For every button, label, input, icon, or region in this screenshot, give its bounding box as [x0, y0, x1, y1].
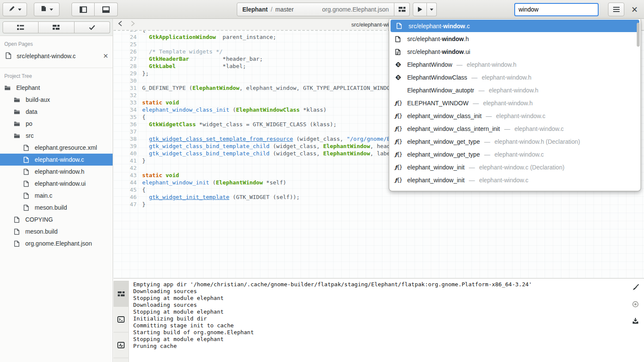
profiler-tab[interactable]: [113, 332, 128, 358]
tree-item-label: org.gnome.Elephant.json: [25, 240, 92, 247]
tree-item-elephant-window-ui[interactable]: elephant-window.ui: [0, 178, 113, 190]
tree-item-build-aux[interactable]: build-aux: [0, 94, 113, 106]
tree-item-po[interactable]: po: [0, 118, 113, 130]
open-document-button[interactable]: [34, 3, 60, 16]
tree-item-elephant-gresource-xml[interactable]: elephant.gresource.xml: [0, 142, 113, 154]
search-result-item[interactable]: ElephantWindow_autoptr—elephant-window.h: [389, 84, 641, 97]
build-config-name: org.gnome.Elephant.json: [322, 6, 389, 13]
result-title: elephant_window_get_type: [407, 138, 480, 145]
broom-icon: [632, 284, 639, 291]
build-log[interactable]: Emptying app dir '/home/christian/.cache…: [133, 281, 618, 350]
line-number: 35: [113, 113, 137, 121]
terminal-icon: [117, 316, 125, 323]
menu-button[interactable]: [608, 3, 624, 16]
search-result-item[interactable]: src/elephant-window.c: [391, 20, 639, 32]
log-line: Downloading sources: [133, 288, 618, 295]
popup-scrollbar[interactable]: [637, 21, 640, 188]
chevron-down-icon: [50, 9, 53, 11]
toggle-left-panel-button[interactable]: [72, 3, 95, 16]
pages-list-tab-button[interactable]: [3, 21, 39, 33]
log-line: Stopping at module elephant: [133, 295, 618, 302]
tree-item-org-gnome-elephant-json[interactable]: org.gnome.Elephant.json: [0, 237, 113, 249]
search-input[interactable]: [514, 3, 599, 16]
open-page-item[interactable]: src/elephant-window.c ✕: [0, 49, 113, 63]
list-icon: [17, 25, 24, 30]
search-result-item[interactable]: src/elephant-window.ui: [389, 45, 641, 58]
log-line: Committing stage init to cache: [133, 322, 618, 329]
line-number: 40: [113, 150, 137, 157]
tree-item-copying[interactable]: COPYING: [0, 214, 113, 226]
line-number: 33: [113, 99, 137, 106]
search-result-item[interactable]: ƒ{}elephant_window_init—elephant-window.…: [389, 174, 641, 187]
line-number: 24: [113, 33, 137, 41]
close-window-button[interactable]: ✕: [625, 5, 644, 15]
line-number: 28: [113, 62, 137, 70]
ui-file-icon: [395, 49, 401, 55]
line-number: 41: [113, 157, 137, 164]
search-result-item[interactable]: ƒ{}elephant_window_class_intern_init—ele…: [389, 122, 641, 135]
line-number: 27: [113, 55, 137, 62]
search-result-item[interactable]: ƒ{}elephant_window_get_type—elephant-win…: [389, 135, 641, 148]
search-result-item[interactable]: ƒ{}elephant_window_init—elephant-window.…: [389, 161, 641, 174]
log-actions: [629, 284, 641, 326]
line-number: 45: [113, 186, 137, 193]
breadcrumb-separator: /: [271, 6, 272, 13]
line-number: 29: [113, 70, 137, 77]
tree-item-label: COPYING: [25, 216, 53, 223]
branch-name: master: [275, 6, 294, 13]
toggle-bottom-panel-button[interactable]: [95, 3, 118, 16]
file-icon: [23, 193, 29, 199]
file-icon: [14, 217, 20, 223]
tree-item-src[interactable]: src: [0, 130, 113, 142]
run-button[interactable]: [413, 3, 427, 16]
search-result-item[interactable]: SElephantWindow—elephant-window.h: [389, 58, 641, 71]
tree-item-label: data: [26, 108, 37, 115]
result-title: src/elephant-window.h: [407, 36, 469, 42]
line-number: 39: [113, 142, 137, 150]
search-result-item[interactable]: ƒ{}elephant_window_class_init—elephant-w…: [389, 110, 641, 122]
clear-log-button[interactable]: [632, 284, 639, 293]
chevron-down-icon: [430, 9, 433, 11]
result-location: elephant-window.h: [483, 100, 533, 107]
line-number: 44: [113, 179, 137, 186]
todo-tab-button[interactable]: [75, 21, 110, 33]
build-tab-button[interactable]: [39, 21, 74, 33]
tree-item-elephant-window-c[interactable]: elephant-window.c: [0, 154, 113, 166]
search-result-item[interactable]: ƒ{}ELEPHANT_WINDOW—elephant-window.h: [389, 97, 641, 110]
header-center: Elephant / master org.gnome.Elephant.jso…: [237, 3, 437, 16]
build-output-tab[interactable]: [113, 281, 128, 307]
result-title: elephant_window_class_init: [407, 113, 482, 119]
save-log-button[interactable]: [632, 317, 639, 326]
search-result-item[interactable]: SElephantWindowClass—elephant-window.h: [389, 71, 641, 84]
document-icon: [40, 5, 47, 14]
line-number: 26: [113, 48, 137, 55]
tree-item-elephant-window-h[interactable]: elephant-window.h: [0, 166, 113, 178]
project-tree-label: Project Tree: [0, 68, 113, 81]
tree-item-main-c[interactable]: main.c: [0, 190, 113, 202]
record-log-button[interactable]: [632, 301, 639, 309]
tree-item-meson-build[interactable]: meson.build: [0, 202, 113, 214]
play-icon: [417, 7, 422, 12]
build-button[interactable]: [394, 3, 410, 16]
close-page-icon[interactable]: ✕: [103, 52, 108, 60]
header-left: [3, 3, 118, 16]
editor-perspective-button[interactable]: [3, 3, 27, 16]
tree-item-label: elephant-window.ui: [35, 180, 86, 187]
run-button-group: [413, 3, 437, 16]
function-symbol-icon: ƒ{}: [395, 100, 402, 106]
run-options-button[interactable]: [427, 3, 437, 16]
search-results-popup: src/elephant-window.csrc/elephant-window…: [389, 19, 641, 191]
omnibar[interactable]: Elephant / master org.gnome.Elephant.jso…: [237, 3, 394, 16]
search-result-item[interactable]: ƒ{}elephant_window_get_type—elephant-win…: [389, 148, 641, 161]
profiler-icon: [117, 342, 125, 348]
tree-item-data[interactable]: data: [0, 106, 113, 118]
record-icon: [632, 301, 639, 308]
tree-item-meson-build[interactable]: meson.build: [0, 226, 113, 237]
tree-item-elephant[interactable]: Elephant: [0, 82, 113, 94]
file-icon: [23, 145, 29, 151]
result-title: elephant_window_init: [407, 177, 465, 184]
header-right: ✕: [514, 3, 644, 16]
folder-icon: [14, 121, 20, 127]
search-result-item[interactable]: src/elephant-window.h: [389, 33, 641, 45]
terminal-tab[interactable]: [113, 307, 128, 332]
